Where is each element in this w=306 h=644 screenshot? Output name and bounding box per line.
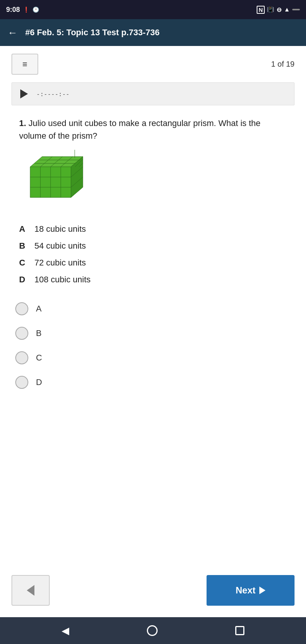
radio-button-c[interactable] [15,351,28,364]
menu-button[interactable]: ≡ [11,54,38,75]
nfc-icon: N [257,6,265,14]
status-bar: 9:08 ❗ 🕐 N 📳 ⊖ ▲ [0,0,306,19]
choice-d-text: 108 cubic units [34,275,91,285]
radio-row-b[interactable]: B [15,327,291,340]
top-nav-bar: ← #6 Feb. 5: Topic 13 Test p.733-736 [0,19,306,46]
status-right: N 📳 ⊖ ▲ [257,6,300,14]
controls-row: ≡ 1 of 19 [0,46,306,79]
radio-row-a[interactable]: A [15,302,291,315]
clock-icon: 🕐 [33,7,39,13]
radio-button-a[interactable] [15,302,28,315]
radio-row-d[interactable]: D [15,376,291,389]
play-button[interactable] [18,88,30,100]
choice-c-text: 72 cubic units [34,258,86,268]
question-area: 1. Julio used unit cubes to make a recta… [0,109,306,295]
choice-c-letter: C [19,258,30,268]
prev-button[interactable] [11,575,50,606]
next-label: Next [236,585,256,596]
nav-buttons: Next [0,567,306,617]
prev-arrow-icon [27,585,34,596]
radio-label-d: D [36,377,42,387]
recents-square-icon [235,626,244,635]
recents-nav-button[interactable] [235,626,244,635]
time-display: 9:08 [6,6,20,14]
back-nav-icon: ◀ [62,625,69,637]
choice-b: B 54 cubic units [19,239,287,253]
cube-image [19,150,96,211]
choice-a-letter: A [19,224,30,234]
next-arrow-icon [259,587,265,594]
alert-icon: ❗ [23,7,29,13]
choice-d-letter: D [19,275,30,285]
home-circle-icon [147,625,158,636]
choices-list: A 18 cubic units B 54 cubic units C 72 c… [19,222,287,287]
minus-circle-icon: ⊖ [277,6,282,13]
choice-a-text: 18 cubic units [34,224,86,234]
radio-label-c: C [36,353,42,363]
cube-image-container [19,150,287,213]
home-nav-button[interactable] [147,625,158,636]
back-nav-button[interactable]: ◀ [62,625,69,637]
hamburger-icon: ≡ [23,59,28,69]
radio-row-c[interactable]: C [15,351,291,364]
nav-title: #6 Feb. 5: Topic 13 Test p.733-736 [25,28,160,38]
choice-d: D 108 cubic units [19,272,287,287]
radio-button-b[interactable] [15,327,28,340]
radio-options-group: A B C D [0,295,306,397]
audio-time: -:----:-- [36,90,70,98]
status-left: 9:08 ❗ 🕐 [6,6,39,14]
battery-icon [292,9,300,10]
page-counter: 1 of 19 [271,60,295,69]
bottom-nav-bar: ◀ [0,617,306,644]
choice-b-letter: B [19,241,30,251]
choice-b-text: 54 cubic units [34,241,86,251]
main-content: ≡ 1 of 19 -:----:-- 1. Julio used unit c… [0,46,306,617]
question-number: 1. [19,118,26,128]
next-button[interactable]: Next [207,575,295,606]
question-body: Julio used unit cubes to make a rectangu… [19,118,260,141]
choice-c: C 72 cubic units [19,256,287,270]
audio-player: -:----:-- [11,82,295,105]
wifi-icon: ▲ [284,6,290,13]
play-icon [20,89,28,98]
radio-label-b: B [36,328,42,338]
radio-label-a: A [36,304,42,314]
back-button[interactable]: ← [8,27,18,39]
question-text: 1. Julio used unit cubes to make a recta… [19,117,287,142]
radio-button-d[interactable] [15,376,28,389]
vibrate-icon: 📳 [267,6,274,13]
choice-a: A 18 cubic units [19,222,287,236]
